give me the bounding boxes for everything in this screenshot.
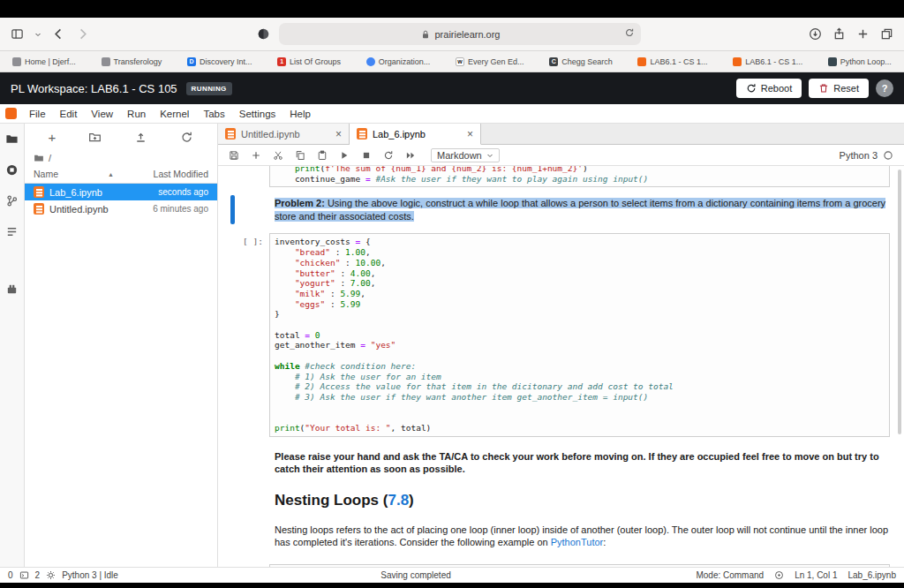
sidebar-chevron-down-icon[interactable]	[34, 29, 41, 40]
file-name: Untitled.ipynb	[49, 204, 109, 215]
bookmark-python-loop[interactable]: Python Loop...	[828, 57, 892, 66]
menu-item-tabs[interactable]: Tabs	[196, 109, 231, 119]
cell-collapser[interactable]	[230, 492, 235, 509]
section-link[interactable]: 7.8	[388, 492, 409, 509]
cursor-position: Ln 1, Col 1	[795, 570, 837, 580]
tab-overview-icon[interactable]	[880, 27, 893, 41]
downloads-icon[interactable]	[809, 27, 822, 41]
markdown-cell-problem2[interactable]: Problem 2: Using the above logic, constr…	[230, 195, 904, 224]
cell-collapser[interactable]	[230, 166, 235, 187]
help-button[interactable]: ?	[876, 79, 893, 97]
bookmark-gen-ed[interactable]: wEvery Gen Ed...	[456, 57, 524, 66]
menu-item-settings[interactable]: Settings	[232, 109, 283, 119]
code-cell-inventory[interactable]: [ ]: inventory_costs = { "bread" : 1.00,…	[230, 233, 904, 436]
reload-icon[interactable]	[624, 27, 635, 38]
tab-close-icon[interactable]: ×	[335, 129, 342, 139]
address-bar[interactable]: prairielearn.org	[279, 23, 641, 45]
notification-icon[interactable]	[774, 570, 784, 580]
run-icon[interactable]	[339, 150, 350, 161]
cell-type-dropdown[interactable]: Markdown	[431, 148, 500, 162]
markdown-cell-heading[interactable]: Nesting Loops (7.8)	[230, 492, 904, 509]
bookmark-favicon	[102, 57, 110, 66]
bookmark-chegg[interactable]: CChegg Search	[549, 57, 613, 66]
terminal-icon	[19, 570, 29, 580]
running-badge: RUNNING	[186, 82, 232, 95]
run-all-icon[interactable]	[405, 150, 416, 161]
add-cell-icon[interactable]	[251, 150, 261, 161]
active-file-name[interactable]: Lab_6.ipynb	[848, 570, 897, 580]
upload-icon[interactable]	[134, 131, 147, 144]
paste-icon[interactable]	[317, 150, 328, 161]
new-launcher-button[interactable]: +	[49, 131, 56, 144]
new-tab-icon[interactable]	[856, 27, 870, 41]
file-row-untitled[interactable]: Untitled.ipynb 6 minutes ago	[25, 200, 217, 217]
cell-prompt	[243, 166, 269, 187]
column-last-modified[interactable]: Last Modified	[134, 169, 208, 179]
breadcrumb[interactable]: /	[25, 150, 217, 168]
markdown-cell-checkpoint[interactable]: Please raise your hand and ask the TA/CA…	[230, 449, 904, 478]
bookmark-groups[interactable]: 1List Of Groups	[277, 57, 341, 66]
kernel-indicator[interactable]: Python 3	[840, 150, 893, 161]
bookmark-transferology[interactable]: Transferology	[102, 57, 162, 66]
file-row-lab6[interactable]: Lab_6.ipynb seconds ago	[25, 184, 217, 200]
share-icon[interactable]	[832, 27, 846, 41]
tab-lab6[interactable]: Lab_6.ipynb ×	[350, 124, 481, 145]
cell-collapser[interactable]	[230, 233, 235, 436]
column-name[interactable]: Name	[34, 169, 58, 179]
menu-item-kernel[interactable]: Kernel	[153, 109, 196, 119]
cell-prompt	[243, 522, 269, 551]
git-icon[interactable]	[5, 194, 19, 207]
sort-caret-icon[interactable]: ▲	[108, 171, 114, 177]
refresh-icon[interactable]	[180, 131, 193, 144]
new-folder-icon[interactable]	[88, 131, 102, 144]
cut-icon[interactable]	[273, 150, 283, 161]
kernel-count: 2	[35, 570, 41, 580]
code-editor[interactable]: inventory_costs = { "bread" : 1.00, "chi…	[269, 233, 890, 436]
save-icon[interactable]	[229, 150, 239, 161]
back-button[interactable]	[52, 27, 65, 41]
tab-close-icon[interactable]: ×	[467, 129, 473, 139]
sidebar-toggle-icon[interactable]	[11, 27, 24, 41]
menu-item-run[interactable]: Run	[120, 109, 153, 119]
file-name: Lab_6.ipynb	[49, 187, 102, 198]
cell-collapser[interactable]	[230, 195, 235, 224]
reboot-button[interactable]: Reboot	[736, 79, 802, 98]
notebook-scrollbar[interactable]	[898, 170, 901, 434]
cell-collapser[interactable]	[230, 449, 235, 478]
restart-kernel-icon[interactable]	[383, 150, 394, 161]
bookmark-discovery[interactable]: DDiscovery Int...	[187, 57, 252, 66]
reset-button[interactable]: Reset	[809, 79, 869, 98]
selected-text: Problem 2: Using the above logic, constr…	[275, 198, 885, 222]
kernel-name: Python 3	[840, 150, 878, 161]
copy-icon[interactable]	[295, 150, 305, 161]
menu-item-view[interactable]: View	[84, 109, 120, 119]
menu-item-help[interactable]: Help	[282, 109, 318, 119]
cell-collapser[interactable]	[230, 522, 235, 551]
running-sessions-icon[interactable]	[5, 163, 19, 177]
tab-untitled[interactable]: Untitled.ipynb ×	[218, 124, 350, 144]
markdown-cell-paragraph[interactable]: Nesting loops refers to the act of placi…	[230, 522, 904, 551]
toc-icon[interactable]	[5, 225, 19, 238]
workspace-title: PL Workspace: LAB6.1 - CS 105	[11, 82, 177, 95]
mode-indicator[interactable]: Mode: Command	[696, 570, 764, 580]
kernel-state[interactable]: Python 3 | Idle	[62, 570, 118, 580]
bookmark-favicon	[828, 57, 837, 66]
forward-button[interactable]	[76, 27, 89, 41]
bookmark-lab61-a[interactable]: LAB6.1 - CS 1...	[637, 57, 707, 66]
code-editor[interactable]: print(f'The sum of {num_1} and {num_2} i…	[269, 166, 890, 187]
extensions-icon[interactable]	[5, 283, 19, 296]
notebook-file-icon	[357, 128, 367, 139]
bookmark-organization[interactable]: Organization...	[366, 57, 431, 66]
notebook-area: print(f'The sum of {num_1} and {num_2} i…	[218, 166, 904, 567]
bottom-black-bar	[0, 583, 904, 588]
files-icon[interactable]	[5, 132, 19, 146]
pythontutor-link[interactable]: PythonTutor	[551, 537, 604, 547]
menu-item-edit[interactable]: Edit	[53, 109, 85, 119]
saving-status: Saving completed	[380, 570, 451, 580]
bookmark-lab61-b[interactable]: LAB6.1 - CS 1...	[733, 57, 802, 66]
file-modified: 6 minutes ago	[153, 204, 208, 214]
privacy-shield-icon[interactable]	[257, 27, 270, 41]
bookmark-home[interactable]: Home | Djerf...	[12, 57, 76, 66]
menu-item-file[interactable]: File	[22, 109, 53, 119]
stop-icon[interactable]	[361, 150, 372, 161]
